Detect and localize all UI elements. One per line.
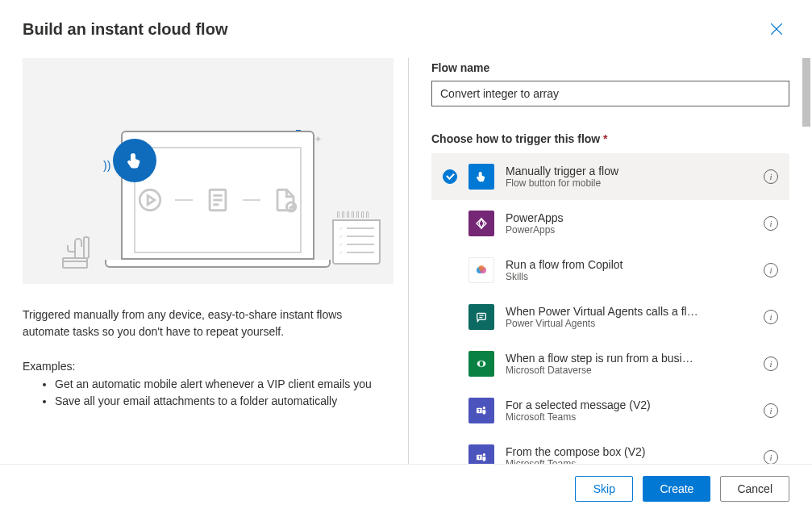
svg-point-2 [139,190,160,211]
trigger-item[interactable]: Manually trigger a flowFlow button for m… [431,153,789,200]
trigger-text: Manually trigger a flowFlow button for m… [506,165,752,189]
trigger-name: When Power Virtual Agents calls a fl… [506,305,752,318]
trigger-item[interactable]: When Power Virtual Agents calls a fl…Pow… [431,294,789,340]
trigger-text: For a selected message (V2)Microsoft Tea… [506,398,752,423]
trigger-source: Microsoft Dataverse [506,365,752,376]
trigger-item[interactable]: PowerAppsPowerAppsi [431,200,789,247]
trigger-item[interactable]: TFrom the compose box (V2)Microsoft Team… [431,434,789,464]
svg-point-20 [483,407,485,409]
trigger-text: PowerAppsPowerApps [506,211,752,236]
cactus-icon [55,229,95,269]
svg-point-17 [479,361,483,367]
description-text: Triggered manually from any device, easy… [23,307,377,340]
trigger-item[interactable]: Run a flow from CopilotSkillsi [431,247,789,294]
document-icon [204,185,231,215]
instant-flow-dialog: Build an instant cloud flow )) ✦ [0,0,812,513]
trigger-list: Manually trigger a flowFlow button for m… [431,153,789,464]
document-check-icon [272,185,299,215]
info-icon[interactable]: i [764,263,778,277]
scrollbar-thumb[interactable] [802,58,810,127]
left-panel: )) ✦ [23,58,402,464]
trigger-radio-checked[interactable] [443,169,457,184]
play-icon [136,185,164,215]
trigger-item[interactable]: When a flow step is run from a busi…Micr… [431,340,789,387]
illustration: )) ✦ [23,58,394,284]
trigger-icon [468,304,494,330]
trigger-icon: T [468,444,494,464]
examples-list: Get an automatic mobile alert whenever a… [23,376,395,410]
info-icon[interactable]: i [764,357,778,371]
trigger-text: When Power Virtual Agents calls a fl…Pow… [506,305,752,329]
trigger-source: Microsoft Teams [506,411,752,423]
trigger-section-label: Choose how to trigger this flow * [431,132,789,145]
scrollbar[interactable] [801,58,810,464]
create-button[interactable]: Create [643,476,710,502]
close-button[interactable] [764,16,789,42]
flow-name-input[interactable] [431,81,789,106]
trigger-icon: T [468,398,494,423]
example-item: Save all your email attachments to a fol… [55,393,395,410]
dialog-title: Build an instant cloud flow [23,20,227,39]
trigger-text: When a flow step is run from a busi…Micr… [506,352,752,376]
svg-point-23 [483,453,485,456]
right-panel: Flow name Choose how to trigger this flo… [415,58,806,464]
motion-lines-icon: )) [103,159,110,172]
notepad-icon [332,211,381,268]
close-icon [769,22,784,36]
example-item: Get an automatic mobile alert whenever a… [55,376,395,393]
svg-point-13 [479,265,485,271]
skip-button[interactable]: Skip [575,476,633,502]
info-icon[interactable]: i [764,169,778,184]
trigger-name: When a flow step is run from a busi… [506,352,752,365]
dialog-footer: Skip Create Cancel [0,464,812,513]
trigger-name: For a selected message (V2) [506,398,752,411]
trigger-name: Run a flow from Copilot [506,258,752,271]
info-icon[interactable]: i [764,403,778,418]
trigger-text: Run a flow from CopilotSkills [506,258,752,282]
trigger-source: Microsoft Teams [506,458,752,464]
required-indicator: * [603,132,607,145]
trigger-icon [468,164,494,190]
touch-icon [113,139,156,182]
trigger-source: Flow button for mobile [506,177,752,189]
trigger-icon [468,211,494,236]
trigger-source: Power Virtual Agents [506,318,752,329]
info-icon[interactable]: i [764,216,778,231]
dialog-body: )) ✦ [0,50,812,464]
trigger-name: From the compose box (V2) [506,445,752,458]
svg-rect-8 [63,258,87,268]
info-icon[interactable]: i [764,450,778,464]
dialog-header: Build an instant cloud flow [0,0,812,50]
trigger-icon [468,257,494,283]
info-icon[interactable]: i [764,310,778,324]
trigger-name: PowerApps [506,211,752,224]
examples-label: Examples: [23,360,395,373]
trigger-source: Skills [506,271,752,282]
trigger-text: From the compose box (V2)Microsoft Teams [506,445,752,464]
svg-rect-14 [477,313,486,319]
trigger-icon [468,351,494,377]
svg-rect-10 [84,237,89,258]
trigger-item[interactable]: TFor a selected message (V2)Microsoft Te… [431,387,789,434]
trigger-source: PowerApps [506,224,752,236]
cancel-button[interactable]: Cancel [720,476,789,502]
trigger-name: Manually trigger a flow [506,165,752,177]
flow-name-label: Flow name [431,58,789,74]
vertical-separator [408,58,409,464]
